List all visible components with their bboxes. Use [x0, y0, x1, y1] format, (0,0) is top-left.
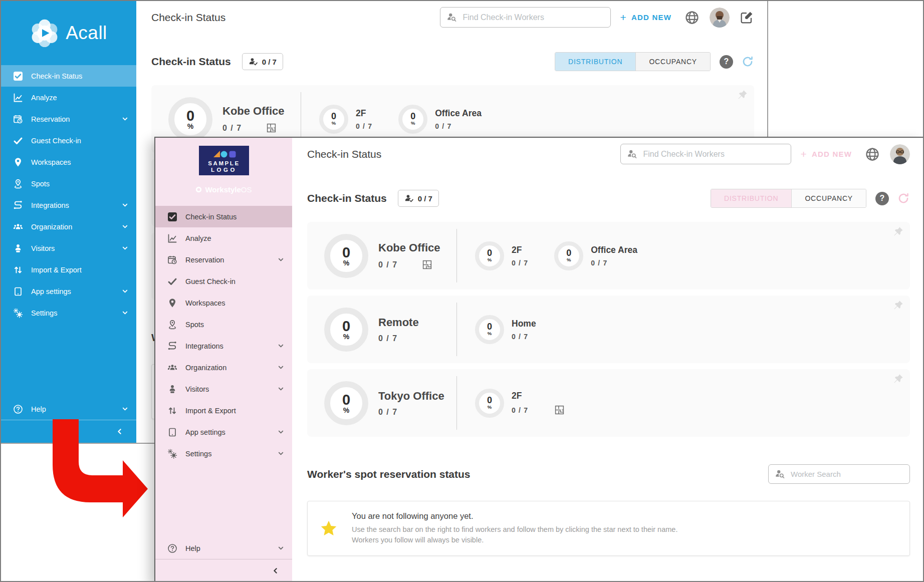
- sub-area: 0% 2F0 / 7: [319, 105, 372, 134]
- sub-area: 0% Office Area0 / 7: [398, 105, 482, 134]
- floorplan-icon[interactable]: [422, 259, 432, 270]
- tablet-icon: [13, 286, 23, 297]
- workstyleos-main: Check-in Status + ADD NEW: [292, 138, 923, 582]
- refresh-icon[interactable]: [741, 55, 754, 68]
- chevron-down-icon: [122, 223, 128, 230]
- sidebar-item-integrations[interactable]: Integrations: [1, 194, 136, 216]
- chevron-down-icon: [122, 116, 128, 122]
- chevron-left-icon[interactable]: [272, 567, 279, 574]
- sidebar-item-organization[interactable]: Organization: [1, 216, 136, 237]
- pushpin-icon[interactable]: [892, 373, 904, 385]
- analyze-chart-icon: [13, 93, 23, 103]
- sidebar-item-checkin-status[interactable]: Check-in Status: [155, 206, 292, 227]
- sidebar-item-integrations[interactable]: Integrations: [155, 335, 292, 357]
- checkin-worker-searchbox[interactable]: [440, 7, 611, 28]
- page-title: Check-in Status: [151, 12, 225, 24]
- chevron-down-icon: [278, 343, 284, 349]
- sub-area: 0% 2F0 / 7: [475, 241, 528, 270]
- checkbox-icon: [167, 212, 177, 222]
- svg-text:LOGO: LOGO: [211, 167, 237, 173]
- sidebar-item-spots[interactable]: Spots: [1, 173, 136, 194]
- sidebar-item-settings[interactable]: Settings: [1, 302, 136, 324]
- help-circle-icon: [13, 404, 23, 414]
- occupancy-ring-small: 0%: [554, 241, 583, 270]
- area-name: 2F: [356, 108, 372, 119]
- organization-people-icon: [13, 222, 23, 232]
- sidebar-item-visitors[interactable]: Visitors: [1, 237, 136, 259]
- worker-searchbox[interactable]: [768, 464, 910, 484]
- checkmark-icon: [13, 136, 23, 146]
- worker-search-input[interactable]: [790, 469, 903, 479]
- compose-icon[interactable]: [740, 10, 754, 25]
- empty-state-line: Workers you follow will always be visibl…: [352, 535, 677, 545]
- add-new-button[interactable]: + ADD NEW: [800, 148, 852, 160]
- sidebar-item-app-settings[interactable]: App settings: [1, 280, 136, 302]
- sidebar-item-checkin-status[interactable]: Check-in Status: [1, 65, 136, 87]
- person-search-icon: [775, 469, 785, 479]
- sidebar-item-reservation[interactable]: Reservation: [1, 108, 136, 130]
- map-pin-icon: [13, 157, 23, 167]
- help-question-icon[interactable]: ?: [875, 192, 889, 205]
- tab-distribution[interactable]: DISTRIBUTION: [711, 189, 791, 207]
- occupancy-ring: 0%: [324, 381, 368, 425]
- occupancy-ring: 0%: [324, 234, 368, 278]
- sidebar-item-import-export[interactable]: Import & Export: [1, 259, 136, 280]
- office-count: 0 / 7: [378, 334, 398, 343]
- integrations-route-icon: [167, 341, 177, 351]
- avatar-photo: [710, 8, 730, 28]
- tab-distribution[interactable]: DISTRIBUTION: [555, 53, 635, 71]
- section-title: Check-in Status: [307, 192, 387, 204]
- sidebar-item-import-export[interactable]: Import & Export: [155, 400, 292, 421]
- area-name: 2F: [512, 245, 528, 255]
- checkin-count-badge: 0 / 7: [242, 53, 283, 70]
- avatar[interactable]: [890, 144, 910, 164]
- sidebar-item-analyze[interactable]: Analyze: [155, 227, 292, 249]
- add-new-button[interactable]: + ADD NEW: [620, 12, 671, 24]
- globe-icon[interactable]: [684, 10, 700, 25]
- sidebar-item-help[interactable]: Help: [1, 398, 136, 420]
- sidebar-item-reservation[interactable]: Reservation: [155, 249, 292, 270]
- sidebar-item-settings[interactable]: Settings: [155, 443, 292, 464]
- sidebar-item-guest-checkin[interactable]: Guest Check-in: [155, 270, 292, 292]
- sidebar-item-help[interactable]: Help: [155, 537, 292, 559]
- sidebar-item-workspaces[interactable]: Workspaces: [155, 292, 292, 314]
- person-check-icon: [249, 57, 258, 66]
- plus-icon: +: [620, 12, 626, 24]
- sidebar-item-guest-checkin[interactable]: Guest Check-in: [1, 130, 136, 151]
- sub-area: 0% 2F0 / 7: [475, 389, 565, 418]
- tab-occupancy[interactable]: OCCUPANCY: [791, 189, 866, 207]
- sidebar-item-workspaces[interactable]: Workspaces: [1, 151, 136, 173]
- floorplan-icon[interactable]: [554, 405, 565, 415]
- checkin-worker-searchbox[interactable]: [620, 144, 791, 164]
- help-question-icon[interactable]: ?: [720, 55, 733, 69]
- acall-nav: Check-in Status Analyze Reservation Gues…: [1, 65, 136, 324]
- tab-occupancy[interactable]: OCCUPANCY: [635, 53, 710, 71]
- sidebar-item-visitors[interactable]: Visitors: [155, 378, 292, 400]
- sidebar-item-organization[interactable]: Organization: [155, 357, 292, 378]
- calendar-clock-icon: [167, 255, 177, 265]
- pushpin-icon[interactable]: [892, 300, 904, 312]
- globe-icon[interactable]: [865, 147, 880, 162]
- pushpin-icon[interactable]: [736, 89, 748, 101]
- sidebar-item-app-settings[interactable]: App settings: [155, 421, 292, 443]
- pushpin-icon[interactable]: [892, 226, 904, 238]
- import-export-arrows-icon: [167, 406, 177, 416]
- spot-pin-icon: [13, 179, 23, 189]
- acall-sidebar: Acall Check-in Status Analyze Reservatio…: [1, 1, 136, 443]
- area-count: 0 / 7: [591, 259, 607, 267]
- avatar[interactable]: [710, 8, 730, 28]
- refresh-icon[interactable]: [897, 192, 910, 205]
- checkmark-icon: [167, 276, 177, 286]
- checkbox-icon: [13, 71, 23, 81]
- sidebar-item-analyze[interactable]: Analyze: [1, 87, 136, 108]
- checkin-worker-search-input[interactable]: [642, 149, 785, 159]
- integrations-route-icon: [13, 200, 23, 210]
- sidebar-item-spots[interactable]: Spots: [155, 314, 292, 335]
- sub-area: 0% Office Area0 / 7: [554, 241, 637, 270]
- not-following-text: You are not following anyone yet. Use th…: [352, 511, 677, 545]
- checkin-worker-search-input[interactable]: [461, 13, 604, 23]
- acall-logo-icon: [30, 19, 59, 48]
- screenshot-frame: Acall Check-in Status Analyze Reservatio…: [0, 0, 924, 582]
- checkin-section-header: Check-in Status 0 / 7 DISTRIBUTION OCCUP…: [151, 53, 754, 71]
- floorplan-icon[interactable]: [266, 123, 277, 133]
